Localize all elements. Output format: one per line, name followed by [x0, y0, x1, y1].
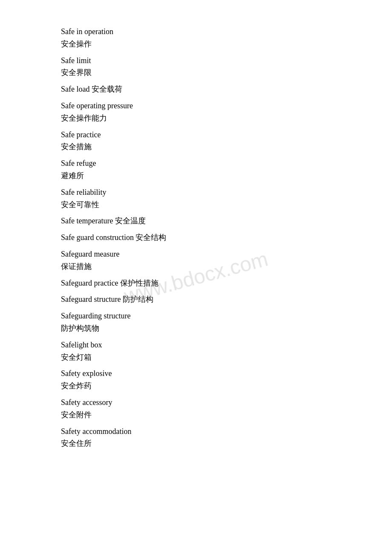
dictionary-entry: Safeguarding structure防护构筑物 — [61, 310, 331, 335]
entry-english: Safeguarding structure — [61, 310, 331, 322]
dictionary-entry: Safeguard structure 防护结构 — [61, 293, 331, 306]
entry-english: Safety accommodation — [61, 425, 331, 438]
dictionary-entry: Safety accommodation安全住所 — [61, 425, 331, 450]
dictionary-entry: Safe in operation安全操作 — [61, 26, 331, 50]
entry-chinese: 安全可靠性 — [61, 199, 331, 211]
entry-english: Safety accessory — [61, 396, 331, 409]
entry-chinese: 安全附件 — [61, 409, 331, 421]
dictionary-entry: Safeguard practice 保护性措施 — [61, 277, 331, 289]
entry-chinese: 避难所 — [61, 170, 331, 182]
dictionary-entry: Safety accessory安全附件 — [61, 396, 331, 421]
dictionary-entry: Safe practice安全措施 — [61, 129, 331, 153]
dictionary-entry: Safe limit安全界限 — [61, 55, 331, 79]
entry-chinese: 安全炸药 — [61, 380, 331, 392]
entry-english: Safe operating pressure — [61, 100, 331, 112]
entry-chinese: 安全界限 — [61, 66, 331, 79]
dictionary-entry: Safe refuge避难所 — [61, 157, 331, 182]
dictionary-entry: Safe operating pressure安全操作能力 — [61, 100, 331, 124]
entry-english: Safeguard structure 防护结构 — [61, 293, 331, 306]
entry-english: Safe in operation — [61, 26, 331, 38]
entry-chinese: 保证措施 — [61, 260, 331, 273]
dictionary-entry: Safety explosive安全炸药 — [61, 367, 331, 392]
entry-chinese: 安全操作能力 — [61, 112, 331, 124]
entry-chinese: 防护构筑物 — [61, 322, 331, 335]
dictionary-entry: Safeguard measure保证措施 — [61, 248, 331, 273]
entry-english: Safe limit — [61, 55, 331, 67]
entry-english: Safeguard measure — [61, 248, 331, 260]
entry-chinese: 安全灯箱 — [61, 351, 331, 364]
entry-english: Safe refuge — [61, 157, 331, 170]
entry-english: Safe temperature 安全温度 — [61, 215, 331, 227]
dictionary-entry: Safelight box安全灯箱 — [61, 339, 331, 364]
entry-english: Safe guard construction 安全结构 — [61, 231, 331, 244]
entry-chinese: 安全操作 — [61, 38, 331, 50]
dictionary-entry: Safe guard construction 安全结构 — [61, 231, 331, 244]
dictionary-entry: Safe load 安全载荷 — [61, 83, 331, 95]
dictionary-entry: Safe temperature 安全温度 — [61, 215, 331, 227]
entry-english: Safeguard practice 保护性措施 — [61, 277, 331, 289]
entry-english: Safe practice — [61, 129, 331, 141]
entry-english: Safety explosive — [61, 367, 331, 380]
dictionary-entry: Safe reliability安全可靠性 — [61, 186, 331, 211]
entry-chinese: 安全措施 — [61, 141, 331, 153]
entry-english: Safe load 安全载荷 — [61, 83, 331, 95]
content-area: Safe in operation安全操作Safe limit安全界限Safe … — [61, 26, 331, 450]
entry-english: Safelight box — [61, 339, 331, 351]
entry-chinese: 安全住所 — [61, 437, 331, 450]
entry-english: Safe reliability — [61, 186, 331, 199]
